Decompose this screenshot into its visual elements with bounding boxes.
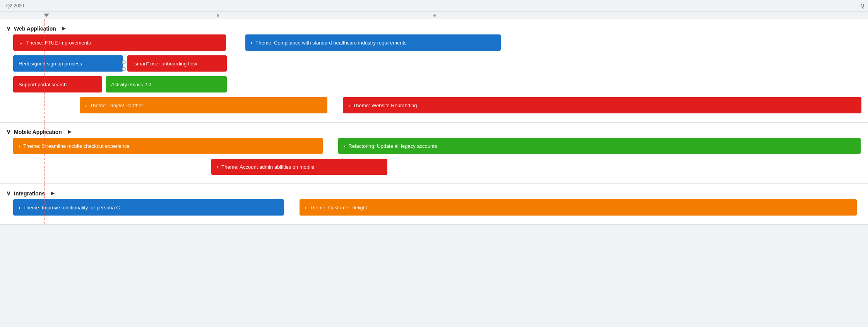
section-mobile-application: ∨ Mobile Application ▶ › Theme: Streamli…: [0, 123, 868, 184]
section-integrations: ∨ Integrations ▶ › Theme: Improve functi…: [0, 184, 868, 225]
quarter-label-right: Q: [861, 3, 864, 9]
dashed-line-integrations: [44, 184, 45, 224]
bar-label-customer-delight: Theme: Customer Delight: [310, 205, 367, 211]
tracks-mobile-row2: › Theme: Account admin abilities on mobi…: [0, 159, 868, 177]
expand-icon-improve: ›: [19, 205, 20, 211]
chevron-integrations[interactable]: ∨: [6, 190, 11, 197]
tracks-web-row2: Redesigned sign up process "smart" user …: [0, 55, 868, 74]
play-btn-integrations[interactable]: ▶: [51, 191, 54, 196]
bar-activity-emails[interactable]: Activity emails 2.0: [106, 76, 227, 92]
bar-redesigned-signup[interactable]: Redesigned sign up process: [13, 55, 123, 72]
bar-customer-delight[interactable]: › Theme: Customer Delight: [300, 199, 857, 216]
track-row-web-3: Support portal search Activity emails 2.…: [6, 76, 862, 95]
dashed-line-mobile: [44, 123, 45, 183]
section-title-web-application[interactable]: ∨ Web Application ▶: [0, 22, 868, 34]
expand-icon-customer-delight: ›: [305, 205, 306, 211]
bar-project-panther[interactable]: › Theme: Project Panther: [80, 97, 327, 113]
play-btn-web-app[interactable]: ▶: [62, 26, 65, 31]
timeline-dot-2: [433, 14, 436, 17]
timeline-marker-1: [44, 14, 49, 17]
dashed-line-web: [44, 19, 45, 122]
section-label-mobile-app: Mobile Application: [14, 129, 62, 135]
bar-label-project-panther: Theme: Project Panther: [90, 103, 143, 108]
track-row-web-1: ⌄ Theme: FTUE improvements › Theme: Comp…: [6, 34, 862, 53]
section-title-integrations[interactable]: ∨ Integrations ▶: [0, 187, 868, 199]
expand-icon-refactoring: ›: [344, 143, 345, 149]
quarter-label-left: Q2 2020: [6, 3, 24, 9]
bar-label-compliance: Theme: Compliance with standard healthca…: [255, 40, 406, 46]
play-btn-mobile-app[interactable]: ▶: [68, 129, 71, 134]
chevron-web-app[interactable]: ∨: [6, 25, 11, 32]
tracks-integrations-row1: › Theme: Improve functionality for perso…: [0, 199, 868, 218]
timeline-dots-row: [0, 12, 868, 19]
expand-icon-account-admin: ›: [217, 164, 218, 170]
bar-refactoring[interactable]: › Refactoring: Update all legacy account…: [338, 138, 861, 154]
chevron-mobile-app[interactable]: ∨: [6, 128, 11, 135]
tracks-mobile-row1: › Theme: Streamline mobile checkout expe…: [0, 138, 868, 156]
bar-label-improve-functionality: Theme: Improve functionality for persona…: [23, 205, 120, 211]
tracks-web-row1: ⌄ Theme: FTUE improvements › Theme: Comp…: [0, 34, 868, 53]
roadmap-body: ∨ Web Application ▶ ⌄ Theme: FTUE improv…: [0, 19, 868, 225]
expand-icon-rebranding: ›: [348, 103, 350, 108]
bar-website-rebranding[interactable]: › Theme: Website Rebranding: [343, 97, 861, 113]
bar-support-portal[interactable]: Support portal search: [13, 76, 102, 92]
section-web-application: ∨ Web Application ▶ ⌄ Theme: FTUE improv…: [0, 19, 868, 123]
bar-label-website-rebranding: Theme: Website Rebranding: [353, 103, 417, 108]
connector-circle-bottom: [122, 67, 126, 71]
bar-theme-ftue[interactable]: ⌄ Theme: FTUE improvements: [13, 34, 226, 51]
bar-account-admin[interactable]: › Theme: Account admin abilities on mobi…: [211, 159, 387, 175]
expand-icon-compliance: ›: [251, 40, 252, 46]
bar-label-ftue: Theme: FTUE improvements: [26, 40, 91, 46]
section-label-integrations: Integrations: [14, 190, 45, 197]
bar-label-refactoring: Refactoring: Update all legacy accounts: [348, 143, 437, 149]
track-row-mobile-2: › Theme: Account admin abilities on mobi…: [6, 159, 862, 177]
expand-icon-panther: ›: [85, 103, 87, 108]
timeline-dot-1: [217, 14, 219, 17]
tracks-web-row4: › Theme: Project Panther › Theme: Websit…: [0, 97, 868, 116]
bar-label-support-portal: Support portal search: [19, 82, 67, 87]
section-label-web-app: Web Application: [14, 26, 56, 32]
bar-label-smart-onboarding: "smart" user onboarding flow: [133, 61, 197, 67]
bar-label-streamline-mobile: Theme: Streamline mobile checkout experi…: [23, 143, 130, 149]
expand-icon-streamline: ›: [19, 143, 20, 149]
bar-label-account-admin: Theme: Account admin abilities on mobile: [221, 164, 314, 170]
track-row-web-2: Redesigned sign up process "smart" user …: [6, 55, 862, 74]
track-row-integrations-1: › Theme: Improve functionality for perso…: [6, 199, 862, 218]
bar-label-redesigned-signup: Redesigned sign up process: [19, 61, 82, 67]
bar-improve-functionality[interactable]: › Theme: Improve functionality for perso…: [13, 199, 284, 216]
tracks-web-row3: Support portal search Activity emails 2.…: [0, 76, 868, 95]
track-row-web-4: › Theme: Project Panther › Theme: Websit…: [6, 97, 862, 116]
collapse-icon-ftue: ⌄: [19, 39, 23, 46]
bar-label-activity-emails: Activity emails 2.0: [111, 82, 151, 87]
timeline-header: Q2 2020 Q: [0, 0, 868, 12]
section-title-mobile-app[interactable]: ∨ Mobile Application ▶: [0, 126, 868, 138]
connector-circle-top: [122, 60, 126, 64]
timeline-container: Q2 2020 Q ∨ Web Application ▶ ⌄: [0, 0, 868, 327]
track-row-mobile-1: › Theme: Streamline mobile checkout expe…: [6, 138, 862, 156]
bar-theme-compliance[interactable]: › Theme: Compliance with standard health…: [245, 34, 501, 51]
bar-smart-onboarding[interactable]: "smart" user onboarding flow: [127, 55, 227, 72]
bar-streamline-mobile[interactable]: › Theme: Streamline mobile checkout expe…: [13, 138, 323, 154]
